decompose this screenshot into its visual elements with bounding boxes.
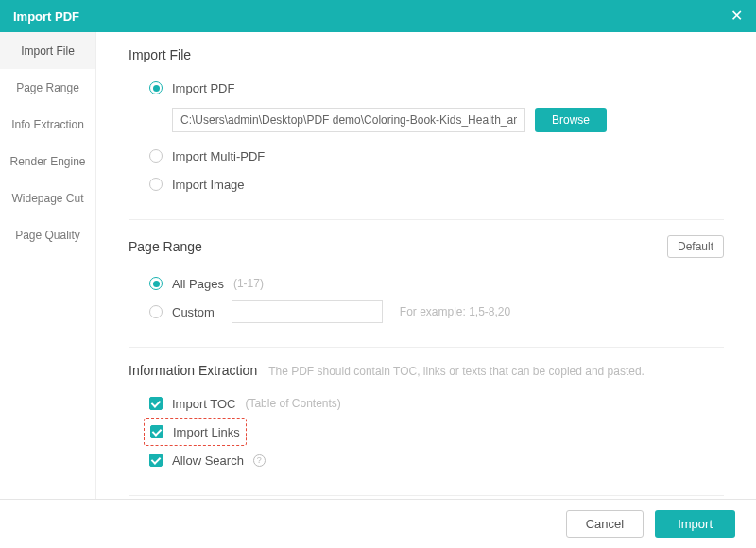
custom-pages-input[interactable] [232,300,383,323]
checkbox-icon [149,454,163,467]
section-page-range: Page Range Default All Pages (1-17) Cust… [129,235,724,326]
sidebar: Import File Page Range Info Extraction R… [0,32,96,510]
default-button[interactable]: Default [667,235,724,258]
radio-all-pages[interactable]: All Pages (1-17) [149,269,724,298]
browse-button[interactable]: Browse [535,108,607,132]
sidebar-item-import-file[interactable]: Import File [0,32,95,69]
checkbox-import-toc[interactable]: Import TOC (Table of Contents) [149,389,724,418]
footer: Cancel Import [0,499,756,548]
sidebar-item-page-range[interactable]: Page Range [0,69,95,106]
cancel-button[interactable]: Cancel [566,510,644,538]
sidebar-item-widepage-cut[interactable]: Widepage Cut [0,180,95,216]
radio-import-image[interactable]: Import Image [149,170,724,198]
checkbox-icon [150,425,163,438]
divider [129,495,724,496]
sidebar-item-info-extraction[interactable]: Info Extraction [0,106,95,143]
section-title: Information Extraction [129,363,257,378]
sidebar-item-render-engine[interactable]: Render Engine [0,143,95,180]
section-import-file: Import File Import PDF Browse Import Mul… [129,47,724,198]
section-hint: The PDF should contain TOC, links or tex… [268,365,644,378]
window-title: Import PDF [13,9,79,24]
close-icon[interactable]: ✕ [730,9,743,24]
radio-icon [149,277,163,290]
file-path-input[interactable] [172,108,525,132]
divider [129,347,724,348]
titlebar: Import PDF ✕ [0,0,756,32]
help-icon[interactable]: ? [253,454,266,467]
section-info-extraction: Information Extraction The PDF should co… [129,363,724,474]
section-title: Import File [129,47,191,62]
section-title: Page Range [129,239,202,254]
checkbox-allow-search[interactable]: Allow Search ? [149,446,724,474]
radio-icon [149,81,163,94]
checkbox-import-links[interactable]: Import Links [144,418,247,446]
checkbox-icon [149,397,163,410]
radio-icon [149,305,163,318]
sidebar-item-page-quality[interactable]: Page Quality [0,216,95,253]
radio-icon [149,178,163,191]
divider [129,219,724,220]
main-panel: Import File Import PDF Browse Import Mul… [96,32,756,510]
radio-import-pdf[interactable]: Import PDF [149,74,724,102]
import-button[interactable]: Import [655,510,735,538]
radio-icon [149,149,163,163]
radio-custom-pages[interactable]: Custom For example: 1,5-8,20 [149,298,724,326]
radio-import-multi-pdf[interactable]: Import Multi-PDF [149,142,724,170]
